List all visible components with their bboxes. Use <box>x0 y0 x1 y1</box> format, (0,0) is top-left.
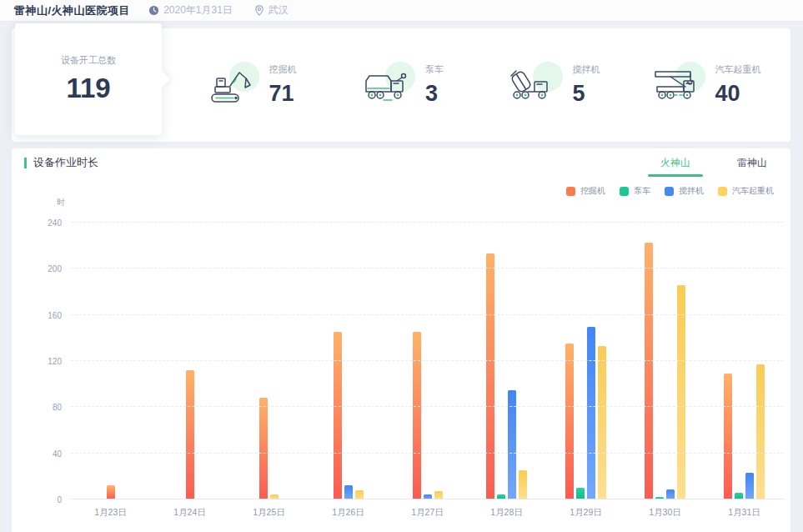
bar-挖掘机[interactable] <box>724 374 732 499</box>
total-value: 119 <box>66 73 110 104</box>
bar-汽车起重机[interactable] <box>519 470 527 499</box>
bar-group: 1月30日 <box>625 223 705 499</box>
legend-item-搅拌机[interactable]: 搅拌机 <box>665 185 704 197</box>
y-tick-label: 160 <box>12 310 62 319</box>
plot-area: 1月23日1月24日1月25日1月26日1月27日1月28日1月29日1月30日… <box>71 223 784 499</box>
gridline <box>71 360 784 361</box>
bar-挖掘机[interactable] <box>565 344 574 499</box>
stat-label: 搅拌机 <box>573 63 600 76</box>
stat-value: 40 <box>715 82 761 107</box>
bar-泵车[interactable] <box>576 488 585 499</box>
gridline <box>71 314 784 315</box>
bar-挖掘机[interactable] <box>107 485 115 499</box>
bar-group: 1月25日 <box>229 223 309 499</box>
x-tick-label: 1月27日 <box>388 507 467 519</box>
bar-搅拌机[interactable] <box>344 485 353 499</box>
stat-label: 挖掘机 <box>269 63 297 76</box>
x-tick-label: 1月29日 <box>546 507 625 519</box>
topbar: 雷神山/火神山医院项目 2020年1月31日 武汉 <box>0 0 803 22</box>
bar-group: 1月28日 <box>467 223 546 499</box>
x-tick-label: 1月31日 <box>705 507 784 519</box>
legend-label: 搅拌机 <box>679 185 704 197</box>
bar-汽车起重机[interactable] <box>598 346 606 499</box>
legend-item-汽车起重机[interactable]: 汽车起重机 <box>718 185 774 197</box>
stat-value: 3 <box>425 82 444 107</box>
working-hours-chart-panel: 设备作业时长 火神山 雷神山 挖掘机泵车搅拌机汽车起重机 时 040801201… <box>12 148 790 532</box>
gridline <box>71 406 784 407</box>
legend-label: 挖掘机 <box>580 185 605 197</box>
stat-items-row: 挖掘机 71 泵 <box>175 28 782 142</box>
stat-item-truck-crane: 汽车起重机 40 <box>630 63 782 107</box>
total-equipment-card[interactable]: 设备开工总数 119 <box>15 23 162 135</box>
bar-搅拌机[interactable] <box>745 473 754 499</box>
legend-label: 泵车 <box>634 185 650 197</box>
gridline <box>71 222 784 223</box>
stat-value: 71 <box>269 82 297 107</box>
gridline <box>71 453 784 454</box>
stat-item-excavator: 挖掘机 71 <box>175 63 327 107</box>
date-text: 2020年1月31日 <box>163 3 233 18</box>
bar-汽车起重机[interactable] <box>677 285 685 499</box>
x-tick-label: 1月26日 <box>309 507 388 519</box>
title-accent-bar <box>24 158 27 168</box>
x-tick-label: 1月30日 <box>625 507 705 519</box>
y-axis-unit-label: 时 <box>45 197 65 208</box>
y-tick-label: 40 <box>12 449 62 458</box>
x-tick-label: 1月28日 <box>467 507 546 519</box>
x-tick-label: 1月23日 <box>71 507 150 519</box>
bar-挖掘机[interactable] <box>259 398 268 499</box>
bar-group: 1月24日 <box>150 223 229 499</box>
legend-swatch <box>718 187 727 196</box>
chart-header: 设备作业时长 火神山 雷神山 <box>12 148 790 177</box>
x-tick-label: 1月24日 <box>150 507 229 519</box>
y-tick-label: 120 <box>12 357 62 366</box>
pump-truck-icon <box>362 64 412 106</box>
site-tabs: 火神山 雷神山 <box>637 148 790 177</box>
bar-挖掘机[interactable] <box>645 243 653 499</box>
chart-legend: 挖掘机泵车搅拌机汽车起重机 <box>552 185 774 197</box>
gridline <box>71 499 784 499</box>
legend-swatch <box>620 187 629 196</box>
clock-icon <box>148 5 159 16</box>
y-tick-label: 240 <box>12 218 62 228</box>
total-label: 设备开工总数 <box>61 54 116 67</box>
y-tick-label: 0 <box>12 495 62 504</box>
bar-group: 1月27日 <box>388 223 467 499</box>
gridline <box>71 268 784 269</box>
location-text: 武汉 <box>269 3 289 18</box>
y-tick-label: 80 <box>12 403 62 412</box>
bar-group: 1月29日 <box>546 223 625 499</box>
stat-item-mixer-truck: 搅拌机 5 <box>479 63 630 107</box>
bar-groups: 1月23日1月24日1月25日1月26日1月27日1月28日1月29日1月30日… <box>71 223 784 499</box>
stat-label: 汽车起重机 <box>715 63 761 76</box>
bar-汽车起重机[interactable] <box>756 364 765 499</box>
legend-label: 汽车起重机 <box>732 185 774 197</box>
legend-swatch <box>566 187 575 196</box>
card-arrow-pointer <box>153 71 170 88</box>
legend-item-挖掘机[interactable]: 挖掘机 <box>566 185 605 197</box>
bar-挖掘机[interactable] <box>334 332 342 499</box>
bar-挖掘机[interactable] <box>186 370 194 499</box>
x-tick-label: 1月25日 <box>229 507 309 519</box>
stat-label: 泵车 <box>425 63 444 76</box>
excavator-icon <box>206 64 256 106</box>
bar-group: 1月31日 <box>705 223 784 499</box>
location-display: 武汉 <box>254 3 289 18</box>
y-tick-label: 200 <box>12 264 62 274</box>
tab-leishenshan[interactable]: 雷神山 <box>714 148 790 177</box>
stat-item-pump-truck: 泵车 3 <box>327 63 479 107</box>
stat-value: 5 <box>573 82 600 107</box>
location-pin-icon <box>254 5 264 16</box>
truck-crane-icon <box>652 64 702 106</box>
date-display: 2020年1月31日 <box>148 3 233 18</box>
bar-挖掘机[interactable] <box>486 253 494 499</box>
legend-swatch <box>665 187 674 196</box>
legend-item-泵车[interactable]: 泵车 <box>620 185 650 197</box>
bar-group: 1月23日 <box>71 223 150 499</box>
y-axis: 04080120160200240 <box>12 223 62 499</box>
bar-挖掘机[interactable] <box>413 332 421 499</box>
chart-title: 设备作业时长 <box>33 155 98 170</box>
bar-搅拌机[interactable] <box>587 327 595 500</box>
equipment-stats-panel: 设备开工总数 119 挖掘机 71 <box>12 28 790 142</box>
tab-huoshenshan[interactable]: 火神山 <box>637 148 714 177</box>
